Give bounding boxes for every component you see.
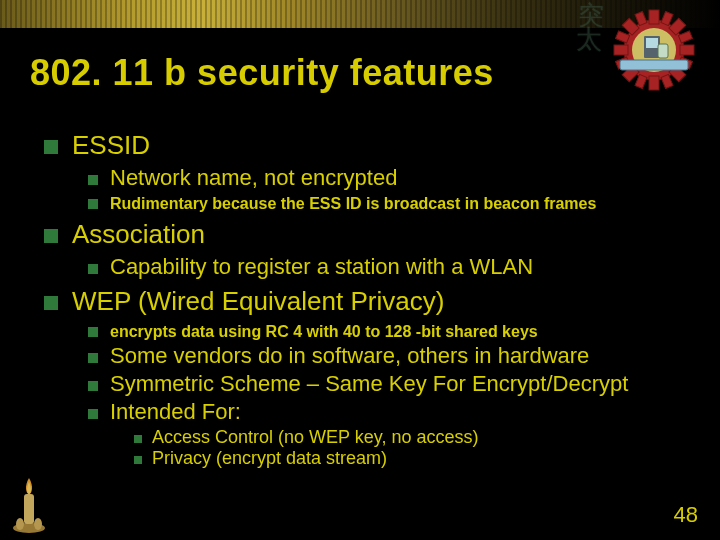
bullet-icon (134, 435, 142, 443)
slide-title: 802. 11 b security features (30, 52, 494, 94)
bullet-icon (88, 409, 98, 419)
bullet-icon (88, 175, 98, 185)
svg-point-17 (632, 28, 676, 72)
bullet-l2: encrypts data using RC 4 with 40 to 128 … (110, 323, 538, 341)
svg-rect-14 (616, 57, 630, 69)
bullet-l1: ESSID (72, 130, 150, 161)
svg-point-22 (13, 523, 45, 533)
svg-rect-3 (614, 45, 628, 55)
bullet-icon (88, 353, 98, 363)
bullet-l2: Capability to register a station with a … (110, 254, 533, 280)
svg-rect-10 (635, 74, 647, 88)
svg-rect-15 (616, 31, 630, 43)
bullet-icon (44, 296, 58, 310)
bullet-icon (44, 140, 58, 154)
svg-rect-19 (646, 38, 658, 48)
bullet-l1: Association (72, 219, 205, 250)
bullet-icon (134, 456, 142, 464)
bullet-icon (88, 199, 98, 209)
bullet-l2: Intended For: (110, 399, 241, 425)
bullet-l1: WEP (Wired Equivalent Privacy) (72, 286, 444, 317)
bullet-l2: Network name, not encrypted (110, 165, 397, 191)
svg-rect-23 (24, 494, 34, 524)
svg-rect-12 (661, 74, 673, 88)
bullet-icon (88, 327, 98, 337)
svg-point-0 (624, 20, 684, 80)
svg-rect-20 (658, 44, 668, 58)
decorative-top-strip (0, 0, 720, 28)
bullet-l2: Symmetric Scheme – Same Key For Encrypt/… (110, 371, 628, 397)
bullet-icon (44, 229, 58, 243)
bullet-l2: Some vendors do in software, others in h… (110, 343, 589, 369)
bullet-icon (88, 264, 98, 274)
bullet-l3: Privacy (encrypt data stream) (152, 448, 387, 469)
svg-point-25 (34, 518, 42, 530)
svg-rect-16 (678, 57, 692, 69)
svg-rect-13 (678, 31, 692, 43)
bullet-icon (88, 381, 98, 391)
svg-point-24 (16, 518, 24, 530)
svg-rect-8 (669, 65, 686, 82)
svg-rect-18 (644, 36, 660, 58)
slide-number: 48 (674, 502, 698, 528)
bullet-l2: Rudimentary because the ESS ID is broadc… (110, 195, 596, 213)
svg-rect-4 (680, 45, 694, 55)
bullet-l3: Access Control (no WEP key, no access) (152, 427, 478, 448)
svg-rect-2 (649, 76, 659, 90)
svg-rect-21 (620, 60, 688, 70)
slide-content: ESSID Network name, not encrypted Rudime… (44, 130, 700, 475)
svg-rect-6 (622, 65, 639, 82)
